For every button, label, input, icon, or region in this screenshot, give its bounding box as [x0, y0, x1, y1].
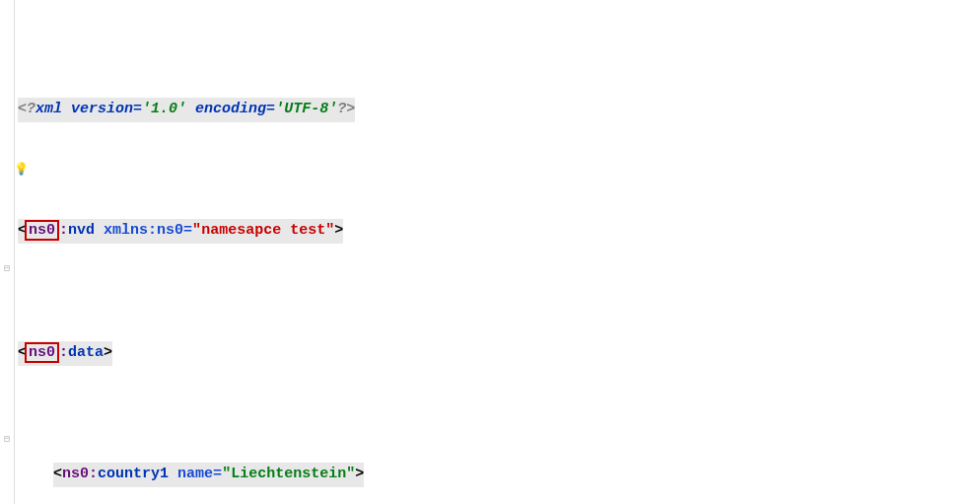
- code-editor[interactable]: ⊟ ⊟ 💡 <?xml version='1.0' encoding='UTF-…: [0, 0, 980, 504]
- ns-prefix: ns0: [29, 344, 55, 361]
- code-line: <ns0:country1 name="Liechtenstein">: [18, 463, 980, 487]
- code-area[interactable]: <?xml version='1.0' encoding='UTF-8'?> <…: [18, 0, 980, 504]
- fold-icon[interactable]: ⊟: [0, 257, 14, 282]
- code-line: <ns0:data>: [18, 341, 980, 366]
- code-line: <?xml version='1.0' encoding='UTF-8'?>: [18, 98, 980, 122]
- gutter: ⊟ ⊟: [0, 0, 15, 504]
- ns-prefix: ns0: [29, 222, 55, 239]
- code-line: <ns0:nvd xmlns:ns0="namesapce test">: [18, 219, 980, 244]
- fold-icon[interactable]: ⊟: [0, 428, 14, 453]
- bulb-icon[interactable]: 💡: [14, 158, 28, 182]
